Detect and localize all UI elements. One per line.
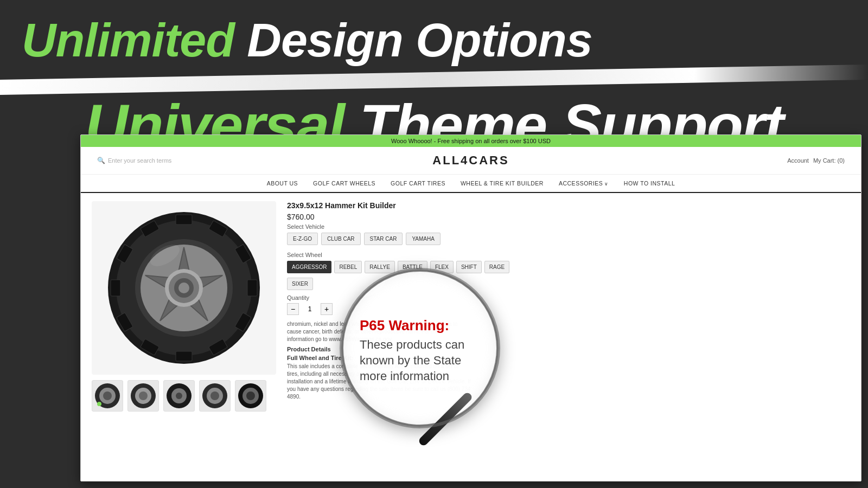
thumb-tire-4: [201, 382, 228, 409]
thumb-1[interactable]: [92, 380, 123, 412]
svg-point-30: [176, 393, 182, 399]
qty-plus-btn[interactable]: +: [321, 303, 333, 315]
thumb-tire-5: [237, 382, 264, 409]
warning-line1: These products can: [360, 338, 464, 351]
search-placeholder: Enter your search terms: [108, 157, 171, 164]
vehicle-btn-clubcar[interactable]: CLUB CAR: [321, 233, 361, 245]
thumb-3[interactable]: [163, 380, 195, 412]
svg-point-33: [210, 391, 219, 400]
thumb-tire-2: [130, 382, 157, 409]
thumb-4[interactable]: [199, 380, 231, 412]
select-wheel-label: Select Wheel: [287, 252, 850, 258]
vehicle-btn-yamaha[interactable]: YAMAHA: [406, 233, 441, 245]
main-product-image: [92, 201, 276, 375]
wheel-btn-aggressor[interactable]: AGGRESSOR: [287, 261, 331, 273]
store-logo[interactable]: ALL4CARS: [346, 153, 595, 168]
warning-line2: known by the State: [360, 354, 461, 367]
wheel-btn-sixer[interactable]: SIXER: [287, 278, 313, 290]
thumbnail-row: [92, 380, 276, 412]
svg-rect-8: [176, 351, 192, 361]
vehicle-btn-ezgo[interactable]: E-Z-GO: [287, 233, 318, 245]
warning-body: These products can known by the State mo…: [360, 337, 483, 384]
nav-item-accessories[interactable]: ACCESSORIES: [559, 180, 609, 187]
svg-point-24: [97, 402, 101, 406]
svg-point-19: [178, 282, 189, 293]
vehicle-btn-starcar[interactable]: STAR CAR: [364, 233, 403, 245]
qty-value: 1: [304, 305, 315, 313]
thumb-tire-1: [94, 382, 121, 409]
thumb-tire-3: [165, 382, 193, 409]
svg-rect-5: [247, 280, 257, 296]
nav-item-install[interactable]: HOW TO INSTALL: [624, 180, 675, 187]
vehicle-buttons: E-Z-GO CLUB CAR STAR CAR YAMAHA: [287, 233, 850, 245]
browser-mockup: Wooo Whoooo! - Free shipping on all orde…: [80, 134, 861, 481]
select-vehicle-label: Select Vehicle: [287, 223, 850, 230]
thumb-5[interactable]: [235, 380, 266, 412]
magnifier-overlay: P65 Warning: These products can known by…: [341, 269, 542, 470]
nav-item-builder[interactable]: WHEEL & TIRE KIT BUILDER: [461, 180, 544, 187]
announcement-text: Wooo Whoooo! - Free shipping on all orde…: [391, 138, 551, 144]
nav-item-tires[interactable]: GOLF CART TIRES: [391, 180, 445, 187]
magnifier-circle: P65 Warning: These products can known by…: [341, 269, 499, 427]
store-nav: ABOUT US GOLF CART WHEELS GOLF CART TIRE…: [81, 175, 861, 193]
top-headline-section: Unlimited Design Options: [0, 0, 868, 69]
svg-rect-11: [111, 280, 120, 296]
announcement-bar: Wooo Whoooo! - Free shipping on all orde…: [81, 135, 861, 147]
nav-item-wheels[interactable]: GOLF CART WHEELS: [313, 180, 375, 187]
account-link[interactable]: Account: [787, 157, 809, 164]
cart-link[interactable]: My Cart: (0): [813, 157, 845, 164]
search-icon: 🔍: [97, 157, 105, 164]
nav-item-about[interactable]: ABOUT US: [267, 180, 298, 187]
header-account: Account My Cart: (0): [596, 157, 845, 164]
qty-minus-btn[interactable]: −: [287, 303, 299, 315]
warning-title: P65 Warning:: [360, 318, 483, 333]
product-price: $760.00: [287, 213, 850, 221]
warning-line3: more information: [360, 369, 449, 383]
svg-point-36: [246, 391, 255, 400]
product-image-section: [92, 201, 276, 466]
headline-green-text: Unlimited: [22, 13, 234, 67]
svg-point-23: [103, 391, 112, 400]
svg-point-27: [139, 391, 148, 400]
header-search[interactable]: 🔍 Enter your search terms: [97, 157, 346, 164]
svg-rect-2: [176, 215, 192, 224]
thumb-2[interactable]: [127, 380, 159, 412]
tire-svg: [103, 207, 265, 369]
headline-white-text: Design Options: [234, 13, 592, 67]
product-title: 23x9.5x12 Hammer Kit Builder: [287, 201, 850, 210]
store-header: 🔍 Enter your search terms ALL4CARS Accou…: [81, 147, 861, 175]
